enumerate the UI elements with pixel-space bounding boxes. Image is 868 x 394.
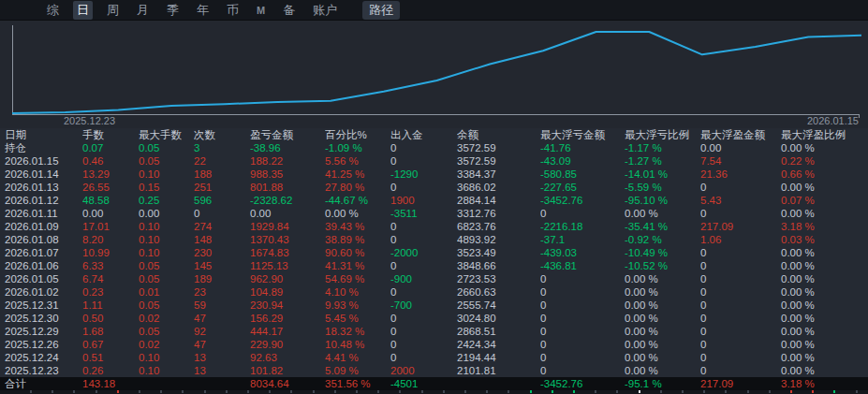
- strip-tick: [290, 390, 292, 393]
- table-row[interactable]: 2026.01.020.230.0123104.894.10 %02660.63…: [0, 285, 868, 299]
- cell-4: 18.32 %: [325, 325, 390, 338]
- strip-tick: [51, 390, 53, 393]
- cell-date: 持仓: [5, 141, 82, 154]
- cell-5: 0: [390, 220, 457, 233]
- path-button[interactable]: 路径: [362, 1, 400, 20]
- cell-5: 0: [390, 312, 457, 325]
- cell-8: 0.00 %: [625, 299, 700, 312]
- cell-0: 48.58: [82, 194, 139, 207]
- table-row[interactable]: 2026.01.110.000.0000.000.00 %-35113312.7…: [0, 207, 868, 220]
- strip-tick: [73, 390, 75, 393]
- table-row[interactable]: 2026.01.088.200.101481370.4338.89 %04893…: [0, 233, 868, 246]
- table-row[interactable]: 2026.01.066.330.051451125.1341.31 %03848…: [0, 259, 868, 272]
- table-row[interactable]: 2026.01.0917.010.102741929.8439.43 %0682…: [0, 220, 868, 233]
- cell-date: 2026.01.11: [5, 207, 82, 220]
- equity-curve-chart[interactable]: 2025.12.23 2026.01.15: [0, 21, 868, 128]
- cell-5: -3511: [390, 207, 457, 220]
- menu-item-综[interactable]: 综: [43, 1, 63, 20]
- cell-0: 6.33: [82, 259, 139, 272]
- cell-0: 0.00: [82, 207, 139, 220]
- cell-9: 217.09: [700, 377, 781, 390]
- menu-item-周[interactable]: 周: [103, 1, 123, 20]
- cell-4: 0.00 %: [325, 207, 390, 220]
- cell-3: 0.00: [250, 207, 325, 220]
- cell-5: -700: [390, 299, 457, 312]
- cell-3: 1125.13: [250, 259, 325, 272]
- cell-1: 0.05: [139, 141, 194, 154]
- strip-tick: [812, 390, 814, 393]
- cell-0: 0.07: [82, 141, 139, 154]
- table-row[interactable]: 2025.12.311.110.0559230.949.93 %-7002555…: [0, 299, 868, 312]
- cell-date: 2025.12.24: [5, 351, 82, 364]
- menu-item-月[interactable]: 月: [133, 1, 153, 20]
- cell-6: 2424.34: [457, 338, 540, 351]
- cell-3: 1674.83: [250, 246, 325, 259]
- table-row[interactable]: 2025.12.240.510.101392.634.41 %02194.440…: [0, 351, 868, 364]
- cell-0: 8.20: [82, 233, 139, 246]
- bottom-tick-strip[interactable]: [0, 390, 868, 394]
- strip-tick: [139, 390, 140, 393]
- cell-1: 0.05: [139, 325, 194, 338]
- cell-0: 0.26: [82, 364, 139, 377]
- cell-4: 4.41 %: [325, 351, 390, 364]
- menu-item-币[interactable]: 币: [223, 1, 243, 20]
- menu-item-日[interactable]: 日: [73, 1, 93, 20]
- cell-3: 92.63: [250, 351, 325, 364]
- table-row[interactable]: 2025.12.291.680.0592444.1718.32 %02868.5…: [0, 325, 868, 338]
- strip-tick: [356, 390, 358, 393]
- cell-6: 3523.49: [457, 246, 540, 259]
- cell-2: 23: [194, 285, 250, 299]
- cell-2: 59: [194, 299, 250, 312]
- menu-item-季[interactable]: 季: [163, 1, 183, 20]
- table-row[interactable]: 2025.12.260.670.0247229.9010.48 %02424.3…: [0, 338, 868, 351]
- strip-tick: [421, 390, 423, 393]
- strip-tick: [464, 390, 466, 393]
- cell-9: 0: [700, 246, 781, 259]
- cell-3: 104.89: [250, 285, 325, 299]
- cell-2: 148: [194, 233, 250, 246]
- table-row[interactable]: 2025.12.300.500.0247156.295.45 %03024.80…: [0, 312, 868, 325]
- table-row[interactable]: 2026.01.150.460.0522188.225.56 %03572.59…: [0, 154, 868, 168]
- table-row[interactable]: 持仓0.070.053-38.96-1.09 %03572.59-41.76-1…: [0, 141, 868, 154]
- menu-item-年[interactable]: 年: [193, 1, 213, 20]
- cell-2: 596: [194, 194, 250, 207]
- cell-1: 0.05: [139, 154, 194, 168]
- column-header-11: 最大浮盈比例: [781, 128, 868, 141]
- cell-6: 2194.44: [457, 351, 540, 364]
- cell-9: 0.00: [700, 141, 781, 154]
- cell-5: -1290: [390, 168, 457, 181]
- strip-tick: [682, 390, 684, 393]
- cell-0: 26.55: [82, 181, 139, 194]
- column-header-8: 最大浮亏金额: [540, 128, 625, 141]
- equity-line: [12, 32, 861, 113]
- cell-10: 0.00 %: [781, 181, 868, 194]
- cell-7: 0: [540, 364, 625, 377]
- table-row[interactable]: 2026.01.1248.580.25596-2328.62-44.67 %19…: [0, 194, 868, 207]
- menu-item-M[interactable]: M: [253, 1, 269, 20]
- table-row[interactable]: 2026.01.1413.290.10188988.3541.25 %-1290…: [0, 168, 868, 181]
- cell-date: 2026.01.13: [5, 181, 82, 194]
- cell-9: 217.09: [700, 220, 781, 233]
- column-header-4: 盈亏金额: [250, 128, 325, 141]
- cell-date: 2026.01.12: [5, 194, 82, 207]
- top-menu-bar: 综日周月季年币M备账户路径: [0, 0, 868, 21]
- strip-tick: [530, 390, 532, 393]
- table-row[interactable]: 2026.01.0710.990.102301674.8390.60 %-200…: [0, 246, 868, 259]
- cell-10: 0.00 %: [781, 207, 868, 220]
- table-row[interactable]: 2026.01.1326.550.15251801.8827.80 %03686…: [0, 181, 868, 194]
- cell-0: 6.74: [82, 272, 139, 285]
- cell-5: -900: [390, 272, 457, 285]
- cell-3: -2328.62: [250, 194, 325, 207]
- cell-10: 0.66 %: [781, 168, 868, 181]
- cell-9: 5.43: [700, 194, 781, 207]
- menu-item-账户[interactable]: 账户: [309, 1, 341, 20]
- cell-3: 1370.43: [250, 233, 325, 246]
- menu-item-备[interactable]: 备: [279, 1, 299, 20]
- cell-1: 0.10: [139, 364, 194, 377]
- cell-8: 0.00 %: [625, 312, 700, 325]
- cell-7: -439.03: [540, 246, 625, 259]
- column-header-10: 最大浮盈金额: [700, 128, 781, 141]
- table-row[interactable]: 2026.01.056.740.05189962.9054.69 %-90027…: [0, 272, 868, 285]
- table-row[interactable]: 2025.12.230.260.1013101.825.09 %20002101…: [0, 364, 868, 377]
- cell-6: 3848.66: [457, 259, 540, 272]
